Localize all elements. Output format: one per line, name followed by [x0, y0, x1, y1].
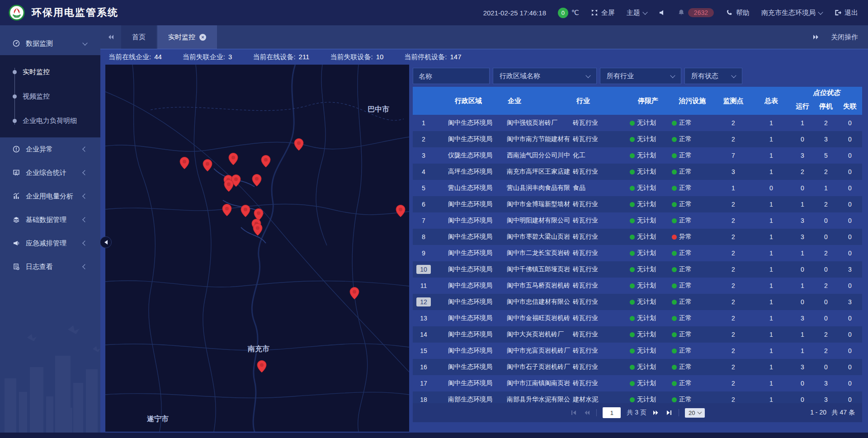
- page-size-select[interactable]: 20: [685, 408, 704, 418]
- row-index: 17: [413, 380, 434, 387]
- close-icon[interactable]: ×: [199, 34, 206, 41]
- help-button[interactable]: 帮助: [726, 9, 750, 17]
- production-status-label: 无计划: [637, 363, 656, 371]
- table-row[interactable]: 3仪陇生态环境局西南油气田分公司川中化工无计划正常71350: [413, 147, 862, 164]
- map-container[interactable]: 巴中市南充市遂宁市: [105, 65, 409, 432]
- name-filter-input[interactable]: [413, 72, 489, 80]
- industry-filter-select[interactable]: 所有行业: [600, 68, 681, 84]
- treatment-status-label: 正常: [679, 379, 692, 387]
- last-page-button[interactable]: [665, 409, 673, 416]
- treatment-status-label: 正常: [679, 200, 692, 208]
- row-index: 13: [413, 315, 434, 322]
- status-dot-green: [630, 153, 635, 158]
- row-index-badge: 12: [416, 297, 431, 306]
- table-row[interactable]: 9阆中生态环境局阆中市二龙长宝页岩砖砖瓦行业无计划正常21120: [413, 245, 862, 261]
- cell-enterprise: 阆中大兴页岩机砖厂: [502, 330, 571, 339]
- sidebar-item[interactable]: 视频监控: [0, 84, 100, 108]
- first-page-button[interactable]: [570, 409, 577, 416]
- cell-region: 高坪生态环境局: [434, 168, 502, 176]
- table-row[interactable]: 7阆中生态环境局阆中明阳建材有限公司砖瓦行业无计划正常21300: [413, 212, 862, 229]
- status-dot-green: [630, 397, 635, 402]
- cell-enterprise: 南充市高坪区王家店建: [502, 168, 571, 176]
- table-row[interactable]: 16阆中生态环境局阆中市石子页岩机砖厂砖瓦行业无计划正常21300: [413, 359, 862, 375]
- production-status-label: 无计划: [637, 282, 656, 290]
- cell-running: 3: [791, 152, 814, 159]
- city-skyline-decoration: [0, 324, 100, 433]
- map-canvas[interactable]: 巴中市南充市遂宁市: [105, 65, 409, 432]
- cell-enterprise: 西南油气田分公司川中: [502, 151, 571, 160]
- org-dropdown[interactable]: 南充市生态环境局: [761, 9, 822, 17]
- logout-button[interactable]: 退出: [834, 9, 858, 17]
- table-row[interactable]: 15阆中生态环境局阆中市光富页岩机砖厂砖瓦行业无计划正常21120: [413, 343, 862, 359]
- row-index: 11: [413, 282, 434, 289]
- double-chevron-right-icon[interactable]: [812, 33, 819, 41]
- cell-stopped: 0: [814, 298, 838, 306]
- cell-running: 0: [791, 396, 814, 403]
- chevron-left-icon: [82, 240, 87, 245]
- cell-stopped: 0: [814, 217, 838, 224]
- page-number-input[interactable]: [603, 407, 621, 418]
- cell-production-status: 无计划: [626, 151, 670, 160]
- status-dot-green: [672, 381, 677, 386]
- stat-item: 当前在线设备:211: [253, 53, 309, 61]
- table-row[interactable]: 1阆中生态环境局阆中强锐页岩砖厂砖瓦行业无计划正常21120: [413, 115, 862, 131]
- close-operations-button[interactable]: 关闭操作: [831, 33, 858, 42]
- sidebar-section[interactable]: 基础数据管理: [0, 208, 100, 231]
- sidebar-section[interactable]: 应急减排管理: [0, 231, 100, 255]
- table-row[interactable]: 11阆中生态环境局阆中市五马桥页岩机砖砖瓦行业无计划正常21120: [413, 278, 862, 294]
- table-row[interactable]: 12阆中生态环境局阆中市忠信建材有限公砖瓦行业无计划正常21003: [413, 294, 862, 310]
- cell-production-status: 无计划: [626, 347, 670, 355]
- sidebar-item[interactable]: 实时监控: [0, 60, 100, 84]
- speaker-icon: [659, 9, 666, 16]
- cell-region: 阆中生态环境局: [434, 249, 502, 257]
- map-collapse-button[interactable]: [100, 236, 112, 248]
- theme-dropdown[interactable]: 主题: [627, 9, 647, 17]
- fullscreen-button[interactable]: 全屏: [591, 9, 615, 17]
- name-filter[interactable]: [413, 68, 490, 84]
- sidebar-section[interactable]: 企业用电量分析: [0, 184, 100, 208]
- cell-offline: 0: [838, 380, 862, 387]
- cell-industry: 砖瓦行业: [571, 119, 626, 127]
- treatment-status-label: 正常: [679, 184, 692, 192]
- notifications[interactable]: 2632: [678, 8, 714, 17]
- filter-bar: 行政区域名称 所有行业 所有状态: [413, 68, 862, 84]
- cell-industry: 砖瓦行业: [571, 168, 626, 176]
- sidebar-item[interactable]: 企业电力负荷明细: [0, 108, 100, 133]
- status-dot-green: [672, 218, 677, 223]
- table-row[interactable]: 14阆中生态环境局阆中大兴页岩机砖厂砖瓦行业无计划正常21120: [413, 326, 862, 343]
- tab[interactable]: 首页: [121, 25, 156, 49]
- cell-production-status: 无计划: [626, 119, 670, 127]
- table-row[interactable]: 10阆中生态环境局阆中千佛镇五郎垭页岩砖瓦行业无计划正常21003: [413, 261, 862, 278]
- sidebar-section[interactable]: 数据监测: [0, 32, 100, 55]
- table-row[interactable]: 13阆中生态环境局阆中市金福旺页岩机砖砖瓦行业无计划正常21300: [413, 310, 862, 326]
- top-bar: 环保用电监管系统 2021-02-25 17:46:18 0 ℃ 全屏 主题: [0, 0, 868, 25]
- sidebar-section[interactable]: 企业综合统计: [0, 161, 100, 184]
- sidebar-section[interactable]: 企业异常: [0, 137, 100, 161]
- sidebar-section-label: 企业异常: [26, 145, 53, 154]
- table-row[interactable]: 4高坪生态环境局南充市高坪区王家店建砖瓦行业无计划正常31220: [413, 164, 862, 180]
- col-header-points: 监测点: [715, 87, 752, 115]
- table-row[interactable]: 8阆中生态环境局阆中市枣碧大梁山页岩砖瓦行业无计划异常21300: [413, 229, 862, 245]
- cell-region: 阆中生态环境局: [434, 119, 502, 127]
- cell-points: 2: [715, 119, 752, 127]
- status-filter-select[interactable]: 所有状态: [684, 68, 742, 84]
- tab[interactable]: 实时监控×: [157, 25, 217, 49]
- production-status-label: 无计划: [637, 168, 656, 176]
- table-row[interactable]: 5营山生态环境局营山县润丰肉食品有限食品无计划正常10010: [413, 180, 862, 196]
- region-filter-select[interactable]: 行政区域名称: [493, 68, 597, 84]
- tabs-scroll-left-button[interactable]: [100, 25, 121, 49]
- production-status-label: 无计划: [637, 330, 656, 339]
- cell-running: 0: [791, 184, 814, 192]
- table-row[interactable]: 17阆中生态环境局阆中市江南镇阆南页岩砖瓦行业无计划正常21030: [413, 375, 862, 391]
- table-row[interactable]: 2阆中生态环境局阆中市南方节能建材有砖瓦行业无计划正常21030: [413, 131, 862, 147]
- stat-label: 当前在线设备:: [253, 53, 295, 61]
- table-row[interactable]: 6阆中生态环境局阆中市金博瑞新型墙材砖瓦行业无计划正常21120: [413, 196, 862, 212]
- table-row[interactable]: 18南部生态环境局南部县升华水泥有限公建材水泥无计划正常21030: [413, 391, 862, 403]
- previous-page-button[interactable]: [583, 409, 590, 416]
- cell-running: 1: [791, 282, 814, 289]
- mute-button[interactable]: [659, 9, 666, 16]
- next-page-button[interactable]: [652, 409, 660, 416]
- cell-meters: 1: [752, 282, 791, 289]
- bottom-edge-bar: [0, 433, 868, 438]
- sidebar-section[interactable]: 日志查看: [0, 255, 100, 278]
